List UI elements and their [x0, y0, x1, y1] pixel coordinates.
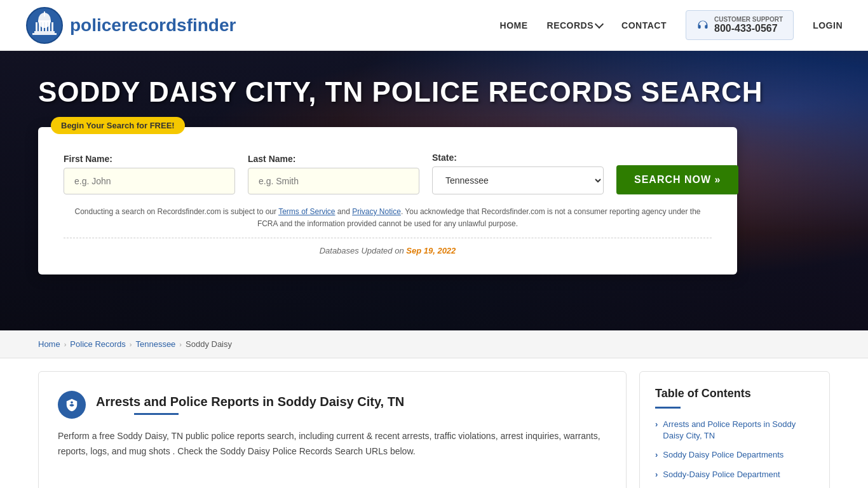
search-button[interactable]: SEARCH NOW » [616, 165, 738, 194]
breadcrumb-current: Soddy Daisy [186, 339, 232, 349]
search-form: First Name: Last Name: State: Tennessee … [64, 152, 712, 194]
nav-contact[interactable]: CONTACT [621, 20, 667, 30]
last-name-input[interactable] [248, 168, 419, 194]
svg-rect-10 [32, 33, 57, 35]
chevron-down-icon [595, 19, 604, 28]
logo[interactable]: policerecordsfinder [25, 6, 236, 44]
header: policerecordsfinder HOME RECORDS CONTACT… [0, 0, 868, 51]
breadcrumb: Home › Police Records › Tennessee › Sodd… [0, 330, 868, 358]
search-disclaimer: Conducting a search on Recordsfinder.com… [64, 206, 712, 230]
toc-chevron-1: › [655, 419, 658, 429]
breadcrumb-sep-1: › [64, 341, 67, 348]
svg-rect-6 [45, 22, 47, 31]
toc-link-2[interactable]: Soddy Daisy Police Departments [663, 449, 783, 461]
privacy-link[interactable]: Privacy Notice [352, 207, 401, 216]
breadcrumb-police-records[interactable]: Police Records [70, 339, 125, 349]
logo-icon [25, 6, 64, 44]
breadcrumb-tennessee[interactable]: Tennessee [135, 339, 175, 349]
first-name-group: First Name: [64, 154, 235, 194]
toc-title: Table of Contents [655, 387, 814, 400]
article-header: Arrests and Police Reports in Soddy Dais… [58, 391, 607, 419]
last-name-label: Last Name: [248, 154, 419, 164]
breadcrumb-sep-2: › [130, 341, 132, 348]
first-name-label: First Name: [64, 154, 235, 164]
toc-chevron-2: › [655, 450, 658, 459]
svg-rect-4 [39, 22, 41, 31]
article-title-group: Arrests and Police Reports in Soddy Dais… [96, 395, 404, 415]
navigation: HOME RECORDS CONTACT CUSTOMER SUPPORT 80… [500, 10, 843, 40]
tos-link[interactable]: Terms of Service [278, 207, 335, 216]
headset-icon [696, 19, 709, 32]
search-box: Begin Your Search for FREE! First Name: … [38, 127, 737, 274]
svg-rect-11 [44, 11, 45, 17]
toc-chevron-3: › [655, 470, 658, 479]
breadcrumb-sep-3: › [179, 341, 182, 348]
svg-rect-8 [51, 22, 53, 31]
db-updated: Databases Updated on Sep 19, 2022 [64, 238, 712, 255]
article-title-underline [134, 413, 179, 415]
toc-link-3[interactable]: Soddy-Daisy Police Department [663, 469, 780, 480]
main-content: Arrests and Police Reports in Soddy Dais… [0, 358, 868, 488]
svg-rect-2 [38, 20, 51, 22]
state-label: State: [432, 152, 604, 163]
state-select[interactable]: Tennessee Alabama Alaska Arizona Califor… [432, 166, 604, 194]
toc-item-2[interactable]: › Soddy Daisy Police Departments [655, 449, 814, 461]
last-name-group: Last Name: [248, 154, 419, 194]
free-search-badge: Begin Your Search for FREE! [51, 117, 185, 134]
breadcrumb-home[interactable]: Home [38, 339, 60, 349]
nav-home[interactable]: HOME [500, 20, 528, 30]
hero-section: SODDY DAISY CITY, TN POLICE RECORDS SEAR… [0, 51, 868, 330]
support-info: CUSTOMER SUPPORT 800-433-0567 [714, 16, 783, 34]
article-body: Perform a free Soddy Daisy, TN public po… [58, 429, 607, 459]
svg-rect-5 [42, 22, 44, 31]
hero-title: SODDY DAISY CITY, TN POLICE RECORDS SEAR… [38, 76, 763, 108]
customer-support-button[interactable]: CUSTOMER SUPPORT 800-433-0567 [686, 10, 794, 40]
nav-records[interactable]: RECORDS [547, 20, 603, 30]
svg-rect-9 [34, 31, 55, 33]
toc-item-3[interactable]: › Soddy-Daisy Police Department [655, 469, 814, 480]
article-icon [58, 391, 86, 419]
svg-rect-3 [36, 22, 37, 31]
article-title: Arrests and Police Reports in Soddy Dais… [96, 395, 404, 409]
toc-item-1[interactable]: › Arrests and Police Reports in Soddy Da… [655, 419, 814, 442]
toc-divider [655, 407, 681, 409]
logo-text: policerecordsfinder [70, 15, 236, 36]
state-group: State: Tennessee Alabama Alaska Arizona … [432, 152, 604, 194]
article: Arrests and Police Reports in Soddy Dais… [38, 371, 627, 488]
svg-rect-7 [48, 22, 50, 31]
toc-link-1[interactable]: Arrests and Police Reports in Soddy Dais… [663, 419, 814, 442]
badge-icon [65, 398, 79, 412]
login-button[interactable]: LOGIN [813, 20, 843, 30]
first-name-input[interactable] [64, 168, 235, 194]
table-of-contents: Table of Contents › Arrests and Police R… [639, 371, 830, 488]
